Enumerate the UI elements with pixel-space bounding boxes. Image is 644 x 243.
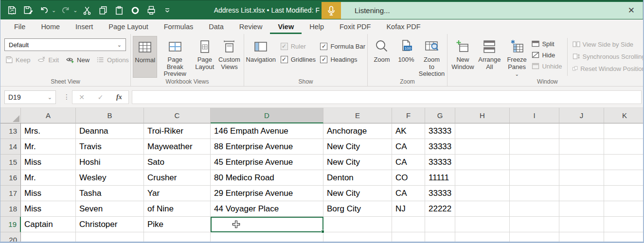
cell-D16[interactable]: 80 Medico Road	[211, 170, 323, 186]
page-break-preview-button[interactable]: Page BreakPreview	[157, 36, 192, 78]
tab-kofax-pdf[interactable]: Kofax PDF	[378, 19, 428, 34]
row-header-19[interactable]: 19	[0, 217, 21, 232]
cell-H14[interactable]	[455, 139, 510, 155]
cell-A13[interactable]: Mrs.	[21, 123, 76, 139]
cell-E17[interactable]: New City	[323, 186, 392, 201]
cell-C16[interactable]: Crusher	[144, 170, 211, 186]
cell-A17[interactable]: Miss	[21, 186, 76, 201]
cell-E14[interactable]: New City	[323, 139, 392, 155]
cell-K14[interactable]	[604, 139, 643, 155]
column-header-G[interactable]: G	[425, 108, 455, 123]
cell-H20[interactable]	[455, 232, 510, 243]
split-button[interactable]: Split	[532, 40, 562, 48]
cell-G16[interactable]: 11111	[425, 170, 455, 186]
custom-views-button[interactable]: CustomViews	[217, 36, 242, 78]
cell-I20[interactable]	[510, 232, 559, 243]
row-header-16[interactable]: 16	[0, 170, 21, 186]
cell-J15[interactable]	[559, 155, 604, 170]
cell-F18[interactable]: NJ	[392, 201, 425, 217]
cell-K15[interactable]	[604, 155, 643, 170]
cell-I17[interactable]	[510, 186, 559, 201]
tab-page-layout[interactable]: Page Layout	[101, 19, 156, 34]
cell-D17[interactable]: 29 Enterprise Avenue	[211, 186, 323, 201]
close-icon[interactable]: ✕	[628, 5, 635, 16]
cell-K17[interactable]	[604, 186, 643, 201]
tab-view[interactable]: View	[270, 19, 302, 34]
fill-handle[interactable]	[321, 230, 324, 233]
cell-H18[interactable]	[455, 201, 510, 217]
column-header-F[interactable]: F	[392, 108, 425, 123]
cell-D14[interactable]: 88 Enterprise Avenue	[211, 139, 323, 155]
cell-D15[interactable]: 45 Enterprise Avenue	[211, 155, 323, 170]
cell-B18[interactable]: Seven	[76, 201, 144, 217]
tab-foxit-pdf[interactable]: Foxit PDF	[332, 19, 378, 34]
zoom-button[interactable]: Zoom	[370, 36, 394, 78]
cell-B15[interactable]: Hoshi	[76, 155, 144, 170]
cell-I13[interactable]	[510, 123, 559, 139]
cell-F13[interactable]: AK	[392, 123, 425, 139]
insert-function-icon[interactable]: fx	[116, 93, 122, 101]
cell-C17[interactable]: Yar	[144, 186, 211, 201]
cell-B14[interactable]: Travis	[76, 139, 144, 155]
select-all-corner[interactable]	[0, 108, 21, 123]
cell-J17[interactable]	[559, 186, 604, 201]
cell-E19[interactable]	[323, 217, 392, 232]
cell-A14[interactable]: Mr.	[21, 139, 76, 155]
cell-K16[interactable]	[604, 170, 643, 186]
tab-review[interactable]: Review	[232, 19, 270, 34]
column-header-E[interactable]: E	[323, 108, 392, 123]
cell-I14[interactable]	[510, 139, 559, 155]
formula-input[interactable]	[132, 90, 642, 104]
cell-H16[interactable]	[455, 170, 510, 186]
cell-F17[interactable]: CA	[392, 186, 425, 201]
cell-E15[interactable]: New City	[323, 155, 392, 170]
column-header-J[interactable]: J	[559, 108, 604, 123]
row-header-20[interactable]: 20	[0, 232, 21, 243]
cell-H17[interactable]	[455, 186, 510, 201]
freeze-panes-button[interactable]: Freeze Panes ⌄	[503, 36, 531, 78]
cell-A19[interactable]: Captain	[21, 217, 76, 232]
cell-C19[interactable]: Pike	[144, 217, 211, 232]
hide-button[interactable]: Hide	[532, 51, 562, 59]
headings-checkbox[interactable]: ✓Headings	[320, 56, 365, 63]
cell-B20[interactable]	[76, 232, 144, 243]
cell-E20[interactable]	[323, 232, 392, 243]
cell-F16[interactable]: CO	[392, 170, 425, 186]
gridlines-checkbox[interactable]: ✓Gridlines	[281, 56, 318, 63]
row-header-13[interactable]: 13	[0, 123, 21, 139]
row-header-17[interactable]: 17	[0, 186, 21, 201]
cell-B13[interactable]: Deanna	[76, 123, 144, 139]
tab-formulas[interactable]: Formulas	[156, 19, 201, 34]
cell-F15[interactable]: CA	[392, 155, 425, 170]
normal-view-button[interactable]: Normal	[133, 36, 157, 78]
cell-J13[interactable]	[559, 123, 604, 139]
cell-K20[interactable]	[604, 232, 643, 243]
navigation-button[interactable]: Navigation	[246, 36, 276, 78]
cell-D19[interactable]	[211, 217, 323, 232]
row-header-14[interactable]: 14	[0, 139, 21, 155]
zoom-100-button[interactable]: 100 100%	[394, 36, 418, 78]
column-header-D[interactable]: D	[211, 108, 323, 123]
cell-J20[interactable]	[559, 232, 604, 243]
column-header-I[interactable]: I	[510, 108, 559, 123]
tab-file[interactable]: File	[6, 19, 33, 34]
cell-G18[interactable]: 22222	[425, 201, 455, 217]
new-sheet-view-button[interactable]: New	[66, 56, 89, 64]
cell-H19[interactable]	[455, 217, 510, 232]
cell-G15[interactable]: 33333	[425, 155, 455, 170]
cell-D18[interactable]: 44 Voyager Place	[211, 201, 323, 217]
cell-E18[interactable]: Borg City	[323, 201, 392, 217]
sheet-view-selector[interactable]: Default ⌄	[4, 38, 126, 51]
formula-bar-checkbox[interactable]: ✓Formula Bar	[320, 43, 365, 50]
cell-I16[interactable]	[510, 170, 559, 186]
row-header-15[interactable]: 15	[0, 155, 21, 170]
cell-H13[interactable]	[455, 123, 510, 139]
cell-G13[interactable]: 33333	[425, 123, 455, 139]
tab-home[interactable]: Home	[33, 19, 68, 34]
cell-J14[interactable]	[559, 139, 604, 155]
cell-I19[interactable]	[510, 217, 559, 232]
cell-G19[interactable]	[425, 217, 455, 232]
cell-K13[interactable]	[604, 123, 643, 139]
zoom-to-selection-button[interactable]: Zoom toSelection	[418, 36, 445, 78]
cell-A18[interactable]: Miss	[21, 201, 76, 217]
